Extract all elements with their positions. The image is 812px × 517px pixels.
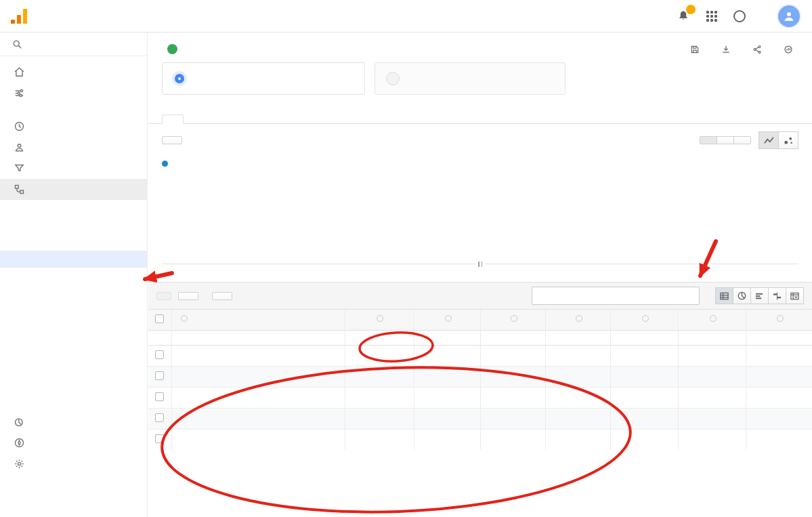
plus-icon: [386, 72, 400, 85]
table-row: [148, 346, 812, 367]
sidebar-item-site-search[interactable]: [0, 335, 147, 352]
audience-icon: [14, 142, 25, 153]
insights-button[interactable]: [784, 45, 797, 54]
column-header-page-value[interactable]: [746, 310, 812, 331]
page-title: [162, 44, 177, 54]
row-checkbox[interactable]: [155, 413, 164, 422]
sidebar-item-audience[interactable]: [0, 137, 147, 158]
apps-button[interactable]: [706, 11, 717, 22]
sidebar-item-site-content[interactable]: [0, 234, 147, 251]
comparison-icon: [773, 292, 782, 300]
sidebar-item-site-speed[interactable]: [0, 318, 147, 335]
help-icon: [377, 315, 383, 322]
pivot-icon: [790, 292, 799, 300]
analytics-logo-icon: [11, 9, 27, 24]
sidebar-item-realtime[interactable]: [0, 116, 147, 137]
sort-type-dropdown[interactable]: [212, 292, 232, 300]
pivot-view-button[interactable]: [786, 287, 804, 304]
performance-view-button[interactable]: [750, 287, 769, 304]
column-header-unique-pageviews[interactable]: [414, 310, 480, 331]
help-icon: [511, 315, 517, 322]
left-sidebar: [0, 33, 148, 517]
analytics-logo[interactable]: [0, 9, 43, 24]
granularity-month-button[interactable]: [733, 136, 751, 144]
sidebar-item-landing-pages[interactable]: [0, 285, 147, 302]
add-segment-button[interactable]: [375, 62, 565, 95]
legend-dot-icon: [162, 161, 168, 167]
sidebar-item-experiments[interactable]: [0, 386, 147, 403]
granularity-toggle: [700, 136, 751, 144]
sidebar-item-discover[interactable]: [0, 432, 147, 453]
column-header-entrances[interactable]: [545, 310, 610, 331]
data-ok-check-icon: [167, 44, 177, 54]
line-chart-toggle-button[interactable]: [758, 131, 779, 149]
sidebar-item-all-pages[interactable]: [0, 251, 147, 268]
plot-rows-button[interactable]: [156, 292, 171, 300]
gear-icon: [14, 458, 25, 470]
sidebar-search[interactable]: [0, 33, 147, 56]
comparison-view-button[interactable]: [768, 287, 786, 304]
motion-chart-toggle-button[interactable]: [778, 131, 798, 149]
sidebar-item-behavior[interactable]: [0, 179, 147, 200]
sidebar-item-attribution[interactable]: [0, 411, 147, 432]
column-header-page[interactable]: [171, 310, 345, 331]
help-icon: [733, 10, 746, 22]
clock-icon: [14, 121, 25, 132]
sidebar-search-input[interactable]: [29, 39, 137, 49]
table-row: [148, 388, 812, 409]
row-checkbox[interactable]: [155, 392, 164, 401]
select-all-checkbox[interactable]: [155, 314, 164, 323]
home-icon: [14, 66, 25, 78]
sidebar-item-behavior-flow[interactable]: [0, 217, 147, 234]
sidebar-item-exit-pages[interactable]: [0, 302, 147, 318]
sidebar-item-customization[interactable]: [0, 83, 147, 104]
data-view-button[interactable]: [715, 287, 733, 304]
save-button[interactable]: [690, 45, 704, 54]
help-icon: [445, 315, 452, 322]
timeseries-chart[interactable]: [148, 168, 812, 269]
share-icon: [752, 45, 762, 54]
help-button[interactable]: [733, 10, 746, 22]
metric-dropdown[interactable]: [162, 136, 182, 144]
line-chart-canvas: [162, 171, 798, 260]
chart-drag-handle-icon[interactable]: [475, 262, 485, 267]
user-avatar[interactable]: [778, 5, 800, 27]
export-button[interactable]: [721, 45, 735, 54]
column-header-exit-rate[interactable]: [678, 310, 746, 331]
sidebar-item-content-drilldown[interactable]: [0, 268, 147, 285]
sidebar-item-behavior-overview[interactable]: [0, 200, 147, 217]
secondary-dimension-dropdown[interactable]: [178, 292, 198, 300]
column-header-bounce-rate[interactable]: [610, 310, 678, 331]
tab-navigation-summary[interactable]: [184, 115, 204, 123]
advanced-filter-chip[interactable]: [532, 287, 700, 305]
bubble-chart-icon: [784, 136, 794, 145]
sidebar-item-events[interactable]: [0, 352, 147, 369]
bars-icon: [755, 292, 764, 300]
sidebar-item-publisher[interactable]: [0, 369, 147, 386]
report-tabs: [148, 104, 812, 124]
granularity-day-button[interactable]: [700, 136, 717, 144]
help-icon: [642, 315, 649, 322]
chart-scroll-track[interactable]: [162, 264, 798, 269]
notifications-button[interactable]: [677, 9, 690, 23]
sidebar-item-acquisition[interactable]: [0, 158, 147, 179]
share-button[interactable]: [752, 45, 766, 54]
column-header-pageviews[interactable]: [345, 310, 414, 331]
row-checkbox[interactable]: [155, 371, 164, 380]
top-app-bar: [0, 0, 812, 33]
line-chart-icon: [764, 136, 774, 145]
table-row: [148, 409, 812, 430]
table-view-switcher: [716, 287, 804, 304]
chart-legend: [148, 155, 812, 168]
segment-all-users[interactable]: [162, 62, 365, 95]
sidebar-item-admin[interactable]: [0, 453, 147, 474]
column-header-avg-time[interactable]: [480, 310, 545, 331]
row-checkbox[interactable]: [155, 434, 164, 443]
pages-table: [148, 310, 812, 450]
tab-explorer[interactable]: [162, 115, 184, 124]
sidebar-item-home[interactable]: [0, 62, 147, 83]
row-checkbox[interactable]: [155, 350, 164, 359]
granularity-week-button[interactable]: [717, 136, 734, 144]
percentage-view-button[interactable]: [733, 287, 751, 304]
pie-chart-icon: [738, 291, 746, 300]
